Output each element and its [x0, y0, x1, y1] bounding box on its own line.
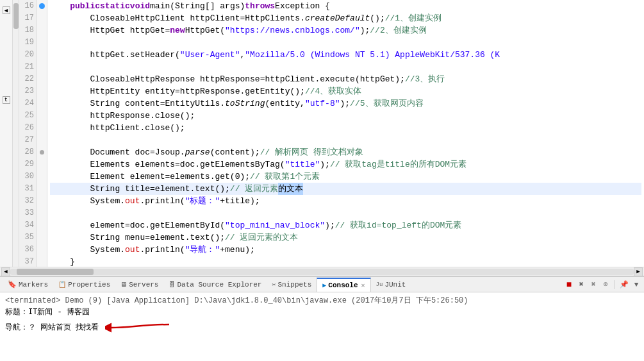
- line-num-29: 29: [25, 158, 34, 171]
- tab-markers-label: Markers: [19, 281, 48, 289]
- line-num-17: 17: [25, 12, 34, 24]
- code-line-18: HttpGet httpGet= new HttpGet( "https://n…: [50, 24, 641, 37]
- line-num-33: 33: [25, 207, 34, 219]
- tab-markers[interactable]: 🔖 Markers: [3, 278, 53, 292]
- bp-28: [37, 146, 47, 158]
- bp-25: [37, 110, 47, 122]
- code-line-22: CloseableHttpResponse httpResponse=httpC…: [50, 73, 641, 85]
- line-numbers-gutter: 16 17 18 19 20 21 22 23 24 25 26 27 28 2…: [19, 0, 37, 267]
- line-num-16: 16: [25, 0, 34, 12]
- bp-23: [37, 85, 47, 97]
- line-num-34: 34: [25, 219, 34, 231]
- code-line-25: httpResponse.close();: [50, 110, 641, 122]
- bp-37: [37, 256, 47, 267]
- h-scrollbar-track[interactable]: [10, 269, 634, 275]
- code-editor[interactable]: public static void main(String[] args) t…: [47, 0, 644, 267]
- code-line-31: String title=element.text(); // 返回元素 的文本: [50, 183, 641, 195]
- console-output-area: <terminated> Demo (9) [Java Application]…: [0, 292, 644, 361]
- line-num-18: 18: [25, 24, 34, 37]
- db-icon: 🗄: [169, 281, 175, 289]
- markers-icon: 🔖: [8, 280, 17, 289]
- line-num-22: 22: [25, 73, 34, 85]
- scroll-left-btn[interactable]: ◀: [1, 267, 10, 276]
- code-line-24: String content=EntityUtils. toString (en…: [50, 97, 641, 110]
- tab-data-source[interactable]: 🗄 Data Source Explorer: [163, 278, 267, 292]
- bp-17: [37, 12, 47, 24]
- scroll-right-btn[interactable]: ▶: [634, 267, 643, 276]
- bp-34: [37, 219, 47, 231]
- code-line-32: System. out .println( "标题：" +title);: [50, 195, 641, 207]
- console-terminated-line: <terminated> Demo (9) [Java Application]…: [5, 295, 639, 306]
- code-line-28: Document doc=Jsoup. parse (content); // …: [50, 146, 641, 158]
- line-num-24: 24: [25, 97, 34, 110]
- remove-button[interactable]: ✖: [588, 280, 599, 290]
- horizontal-scrollbar[interactable]: ◀ ▶: [0, 267, 644, 276]
- code-line-29: Elements elements=doc.getElementsByTag( …: [50, 158, 641, 171]
- expand-icon[interactable]: t: [3, 96, 10, 104]
- junit-prefix: Ju: [376, 281, 383, 288]
- pin-button[interactable]: 📌: [619, 280, 629, 290]
- tab-snippets[interactable]: ✂ Snippets: [267, 278, 317, 292]
- tab-servers-label: Servers: [129, 281, 158, 289]
- line-num-32: 32: [25, 195, 34, 207]
- tab-console[interactable]: ▶ Console ✕: [317, 278, 370, 292]
- scrollbar-thumb[interactable]: [13, 3, 19, 29]
- servers-icon: 🖥: [120, 281, 127, 289]
- console-output-line2: 导航：？ 网站首页 找找看: [5, 318, 639, 337]
- tab-junit[interactable]: Ju JUnit: [371, 278, 411, 292]
- bp-24: [37, 97, 47, 110]
- code-line-23: HttpEntity entity=httpResponse.getEntity…: [50, 85, 641, 97]
- collapse-icon[interactable]: ◀: [3, 6, 10, 14]
- divider: [615, 280, 615, 289]
- tab-properties[interactable]: 📋 Properties: [53, 278, 115, 292]
- code-line-37: }: [50, 256, 641, 267]
- code-line-16: public static void main(String[] args) t…: [50, 0, 641, 12]
- console-output-line1: 标题：IT新闻 - 博客园: [5, 306, 639, 318]
- line-num-35: 35: [25, 231, 34, 244]
- console-toolbar: ■ ✖ ✖ ⊗ 📌 ▼: [564, 280, 641, 290]
- tab-data-source-label: Data Source Explorer: [177, 281, 261, 289]
- editor-container: ◀ t 16 17 18 19 20 21 22 23 24 25 26 27 …: [0, 0, 644, 276]
- console-icon: ▶: [322, 281, 326, 289]
- code-line-17: CloseableHttpClient httpClient=HttpClien…: [50, 12, 641, 24]
- tab-snippets-label: Snippets: [278, 281, 312, 289]
- output-line2-text: 导航：？ 网站首页 找找看: [5, 322, 99, 333]
- code-line-20: httpGet.setHeader( "User-Agent" , "Mozil…: [50, 49, 641, 61]
- tabs-bar: 🔖 Markers 📋 Properties 🖥 Servers 🗄 Data …: [0, 277, 644, 292]
- code-line-19: [50, 37, 641, 49]
- code-line-36: System. out .println( "导航：" +menu);: [50, 244, 641, 256]
- bp-30: [37, 171, 47, 183]
- view-menu-button[interactable]: ▼: [631, 280, 641, 290]
- code-line-26: httpClient.close();: [50, 122, 641, 134]
- code-line-33: [50, 207, 641, 219]
- breakpoint-gutter: [37, 0, 47, 267]
- code-line-27: [50, 134, 641, 146]
- left-sidebar: ◀ t: [0, 0, 13, 267]
- bp-29: [37, 158, 47, 171]
- snippets-icon: ✂: [272, 281, 276, 289]
- tab-servers[interactable]: 🖥 Servers: [115, 278, 163, 292]
- h-scrollbar-thumb[interactable]: [17, 269, 94, 275]
- tab-console-label: Console: [328, 281, 358, 289]
- bp-26: [37, 122, 47, 134]
- terminate-button[interactable]: ■: [564, 280, 574, 290]
- bp-19: [37, 37, 47, 49]
- tab-properties-label: Properties: [68, 281, 110, 289]
- bp-21: [37, 61, 47, 73]
- bp-32: [37, 195, 47, 207]
- line-num-25: 25: [25, 110, 34, 122]
- annotation-arrow: [105, 318, 182, 337]
- bp-31: [37, 183, 47, 195]
- code-line-35: String menu=element.text(); // 返回元素的文本: [50, 231, 641, 244]
- remove-all-button[interactable]: ⊗: [600, 280, 611, 290]
- line-num-36: 36: [25, 244, 34, 256]
- line-num-31: 31: [25, 183, 34, 195]
- bp-35: [37, 231, 47, 244]
- line-num-26: 26: [25, 122, 34, 134]
- console-close-x[interactable]: ✕: [361, 281, 365, 289]
- bottom-panel: 🔖 Markers 📋 Properties 🖥 Servers 🗄 Data …: [0, 276, 644, 361]
- code-line-34: element=doc.getElementById( "top_mini_na…: [50, 219, 641, 231]
- disconnect-button[interactable]: ✖: [576, 280, 586, 290]
- line-num-27: 27: [25, 134, 34, 146]
- vertical-scrollbar[interactable]: [13, 0, 19, 267]
